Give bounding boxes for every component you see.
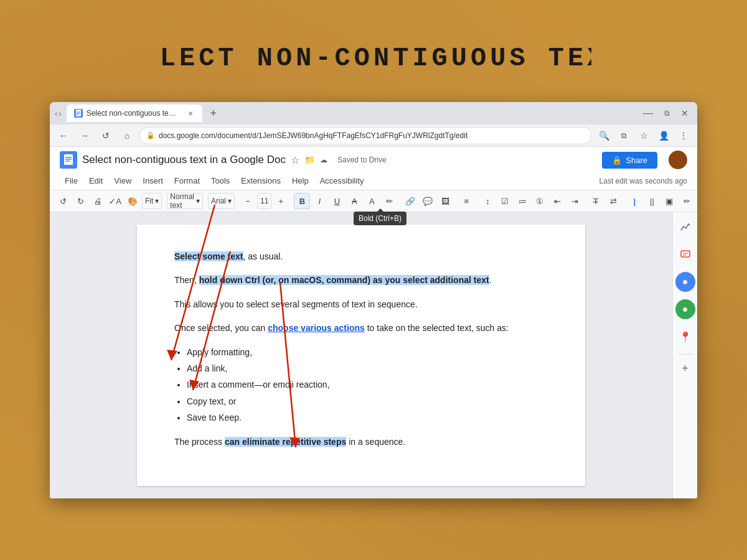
handwritten-title: SELECT NON-CONTIGUOUS TEXT (156, 25, 591, 81)
menu-bar: File Edit View Insert Format Tools Exten… (60, 172, 687, 190)
zoom-value: Fit (145, 197, 153, 205)
menu-format[interactable]: Format (169, 174, 205, 187)
tab-close-btn[interactable]: ✕ (186, 109, 195, 118)
caret-right[interactable]: › (59, 109, 61, 118)
more-btn[interactable]: ⋮ (675, 127, 692, 144)
font-select[interactable]: Arial ▾ (208, 193, 235, 209)
sidebar-circle1-icon[interactable]: ● (675, 272, 695, 292)
font-value: Arial (211, 197, 226, 205)
sidebar-divider (678, 354, 693, 355)
share-button[interactable]: 🔒 Share (602, 152, 657, 169)
border-btn[interactable]: ▣ (661, 193, 677, 209)
zoom-chevron: ▾ (155, 197, 159, 205)
docs-logo (60, 151, 77, 169)
sidebar-chat-icon[interactable] (675, 245, 695, 264)
style-value: Normal text (170, 192, 194, 210)
text-after-2: . (489, 275, 492, 285)
font-size-select[interactable]: 11 (257, 193, 271, 209)
link-btn[interactable]: 🔗 (402, 193, 418, 209)
image-btn[interactable]: 🖼 (437, 193, 453, 209)
address-bar[interactable]: 🔒 docs.google.com/document/d/1JemSEJW69b… (139, 127, 591, 144)
browser-titlebar: ‹ › Select non-contiguous text in a... ✕… (50, 102, 697, 124)
font-size-increase[interactable]: + (273, 193, 289, 209)
paragraph-4: Once selected, you can choose various ac… (174, 321, 548, 335)
italic-btn[interactable]: I (311, 193, 327, 209)
sidebar-chart-icon[interactable] (675, 217, 695, 237)
clear-format-btn[interactable]: T̶ (588, 193, 604, 209)
underline-btn[interactable]: U (329, 193, 345, 209)
user-avatar[interactable] (669, 151, 687, 169)
paint-format-btn[interactable]: 🎨 (125, 193, 141, 209)
rtl-btn[interactable]: ⇄ (605, 193, 621, 209)
print-btn[interactable]: 🖨 (90, 193, 106, 209)
align-btn[interactable]: ≡ (458, 193, 474, 209)
redo-btn[interactable]: ↻ (72, 193, 88, 209)
bullet-item-1: Apply formatting, (187, 345, 548, 359)
bullet-item-4: Copy text, or (187, 394, 548, 408)
font-chevron: ▾ (228, 197, 232, 205)
menu-view[interactable]: View (109, 174, 136, 187)
folder-icon[interactable]: 📁 (304, 155, 315, 165)
menu-insert[interactable]: Insert (138, 174, 168, 187)
collab-cursor2-btn[interactable]: || (644, 193, 660, 209)
menu-help[interactable]: Help (287, 174, 314, 187)
new-tab-btn[interactable]: + (205, 105, 222, 122)
home-btn[interactable]: ⌂ (118, 127, 136, 144)
more-format-btn[interactable]: ✏ (679, 193, 695, 209)
numbered-list-btn[interactable]: ① (532, 193, 548, 209)
spellcheck-btn[interactable]: ✓A (107, 193, 123, 209)
menu-file[interactable]: File (60, 174, 83, 187)
bold-btn[interactable]: B (294, 193, 310, 209)
sidebar-pin-icon[interactable]: 📍 (675, 327, 695, 347)
undo-btn[interactable]: ↺ (55, 193, 71, 209)
star-icon[interactable]: ☆ (291, 154, 299, 166)
collab-cursor-btn[interactable]: | (626, 193, 642, 209)
window-restore-btn[interactable]: ⧉ (660, 109, 674, 118)
selected-text-1: Select some text (174, 251, 243, 261)
sidebar-circle2-icon[interactable]: ● (675, 299, 695, 319)
style-chevron: ▾ (196, 197, 200, 205)
style-select[interactable]: Normal text ▾ (167, 193, 203, 209)
menu-tools[interactable]: Tools (206, 174, 235, 187)
comment-btn[interactable]: 💬 (420, 193, 436, 209)
bullet-item-5: Save to Keep. (187, 411, 548, 424)
increase-indent-btn[interactable]: ⇥ (566, 193, 583, 209)
toolbar-icons: 🔍 ⧉ ☆ 👤 ⋮ (595, 127, 692, 144)
paragraph-1: Select some text, as usual. (174, 250, 548, 263)
menu-edit[interactable]: Edit (84, 174, 108, 187)
strikethrough-btn[interactable]: A (346, 193, 362, 209)
tab-title: Select non-contiguous text in a... (87, 109, 180, 118)
bullet-item-3: Insert a comment—or emoji reaction, (187, 378, 548, 391)
window-minimize-btn[interactable]: — (639, 108, 657, 119)
browser-window: ‹ › Select non-contiguous text in a... ✕… (50, 102, 697, 498)
zoom-select[interactable]: Fit ▾ (142, 193, 162, 209)
window-close-btn[interactable]: ✕ (677, 108, 692, 118)
title-text: SELECT NON-CONTIGUOUS TEXT (156, 44, 591, 73)
doc-layout: Select some text, as usual. Then, hold d… (50, 212, 697, 498)
highlight-btn[interactable]: ✏ (381, 193, 397, 209)
forward-btn[interactable]: → (76, 127, 93, 144)
search-btn[interactable]: 🔍 (595, 127, 613, 144)
link-text[interactable]: choose various actions (268, 323, 365, 333)
decrease-indent-btn[interactable]: ⇤ (549, 193, 565, 209)
bookmark-btn[interactable]: ☆ (635, 127, 652, 144)
cloud-icon: ☁ (320, 156, 327, 164)
extensions-btn[interactable]: ⧉ (615, 127, 632, 144)
checklist-btn[interactable]: ☑ (497, 193, 513, 209)
doc-content-area: Select some text, as usual. Then, hold d… (50, 212, 672, 498)
text-color-btn[interactable]: A (364, 193, 380, 209)
profile-btn[interactable]: 👤 (655, 127, 672, 144)
share-label: Share (626, 156, 647, 165)
right-sidebar: ● ● 📍 + (672, 212, 697, 498)
sidebar-add-btn[interactable]: + (682, 362, 688, 375)
menu-extensions[interactable]: Extensions (236, 174, 286, 187)
back-btn[interactable]: ← (55, 127, 72, 144)
font-size-decrease[interactable]: − (240, 193, 256, 209)
caret-left[interactable]: ‹ (55, 109, 57, 118)
menu-accessibility[interactable]: Accessibility (315, 174, 369, 187)
bullet-list-btn[interactable]: ≔ (514, 193, 530, 209)
reload-btn[interactable]: ↺ (97, 127, 115, 144)
selected-text-last: can eliminate repetitive steps (225, 437, 346, 447)
line-spacing-btn[interactable]: ↕ (479, 193, 496, 209)
active-tab[interactable]: Select non-contiguous text in a... ✕ (67, 105, 202, 122)
